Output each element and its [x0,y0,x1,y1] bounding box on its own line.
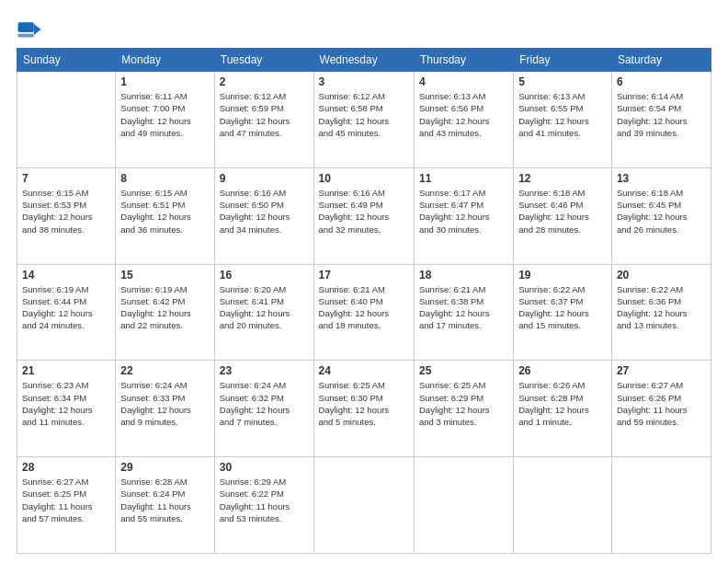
day-number: 2 [220,75,309,88]
calendar-week-0: 1Sunrise: 6:11 AM Sunset: 7:00 PM Daylig… [17,72,711,168]
logo-icon [17,17,42,42]
calendar-cell: 29Sunrise: 6:28 AM Sunset: 6:24 PM Dayli… [116,457,214,554]
cell-content: Sunrise: 6:20 AM Sunset: 6:41 PM Dayligh… [220,283,309,332]
day-number: 26 [518,364,607,377]
day-number: 5 [518,75,607,88]
calendar-cell: 4Sunrise: 6:13 AM Sunset: 6:56 PM Daylig… [415,72,514,168]
calendar-week-1: 7Sunrise: 6:15 AM Sunset: 6:53 PM Daylig… [17,167,711,264]
calendar-cell: 26Sunrise: 6:26 AM Sunset: 6:28 PM Dayli… [514,361,612,457]
cell-content: Sunrise: 6:29 AM Sunset: 6:22 PM Dayligh… [220,476,309,524]
cell-content: Sunrise: 6:23 AM Sunset: 6:34 PM Dayligh… [22,379,110,428]
cell-content: Sunrise: 6:13 AM Sunset: 6:55 PM Dayligh… [518,90,607,139]
calendar-cell [313,457,414,554]
logo [17,17,44,42]
cell-content: Sunrise: 6:24 AM Sunset: 6:32 PM Dayligh… [220,379,309,428]
day-number: 13 [617,172,706,185]
day-number: 17 [319,269,409,282]
calendar-header-friday: Friday [514,49,612,72]
cell-content: Sunrise: 6:25 AM Sunset: 6:30 PM Dayligh… [319,379,409,428]
calendar-cell [514,457,612,554]
calendar-week-3: 21Sunrise: 6:23 AM Sunset: 6:34 PM Dayli… [17,361,711,457]
calendar-cell: 16Sunrise: 6:20 AM Sunset: 6:41 PM Dayli… [214,264,313,361]
page: SundayMondayTuesdayWednesdayThursdayFrid… [0,0,728,563]
calendar-cell: 15Sunrise: 6:19 AM Sunset: 6:42 PM Dayli… [116,264,214,361]
day-number: 7 [22,172,110,185]
cell-content: Sunrise: 6:22 AM Sunset: 6:36 PM Dayligh… [617,283,706,332]
cell-content: Sunrise: 6:14 AM Sunset: 6:54 PM Dayligh… [617,90,706,139]
cell-content: Sunrise: 6:19 AM Sunset: 6:44 PM Dayligh… [22,283,110,332]
cell-content: Sunrise: 6:25 AM Sunset: 6:29 PM Dayligh… [419,379,508,428]
day-number: 18 [419,269,508,282]
day-number: 21 [22,364,110,377]
calendar-cell: 21Sunrise: 6:23 AM Sunset: 6:34 PM Dayli… [17,361,116,457]
cell-content: Sunrise: 6:19 AM Sunset: 6:42 PM Dayligh… [120,283,209,332]
calendar-cell: 1Sunrise: 6:11 AM Sunset: 7:00 PM Daylig… [116,72,214,168]
day-number: 9 [220,172,309,185]
calendar-header-thursday: Thursday [415,49,514,72]
calendar-week-4: 28Sunrise: 6:27 AM Sunset: 6:25 PM Dayli… [17,457,711,554]
day-number: 1 [120,75,209,88]
calendar-cell: 14Sunrise: 6:19 AM Sunset: 6:44 PM Dayli… [17,264,116,361]
calendar-header-saturday: Saturday [611,49,711,72]
calendar-cell: 9Sunrise: 6:16 AM Sunset: 6:50 PM Daylig… [214,167,313,264]
day-number: 25 [419,364,508,377]
cell-content: Sunrise: 6:27 AM Sunset: 6:25 PM Dayligh… [22,476,110,524]
svg-rect-0 [18,22,34,32]
cell-content: Sunrise: 6:16 AM Sunset: 6:50 PM Dayligh… [220,187,309,236]
cell-content: Sunrise: 6:13 AM Sunset: 6:56 PM Dayligh… [419,90,508,139]
calendar-cell: 10Sunrise: 6:16 AM Sunset: 6:49 PM Dayli… [313,167,414,264]
cell-content: Sunrise: 6:15 AM Sunset: 6:53 PM Dayligh… [22,187,110,236]
calendar-cell: 27Sunrise: 6:27 AM Sunset: 6:26 PM Dayli… [611,361,711,457]
calendar-cell: 3Sunrise: 6:12 AM Sunset: 6:58 PM Daylig… [313,72,414,168]
calendar-cell: 13Sunrise: 6:18 AM Sunset: 6:45 PM Dayli… [611,167,711,264]
calendar-header-tuesday: Tuesday [214,49,313,72]
day-number: 6 [617,75,706,88]
day-number: 4 [419,75,508,88]
calendar-cell: 6Sunrise: 6:14 AM Sunset: 6:54 PM Daylig… [611,72,711,168]
cell-content: Sunrise: 6:18 AM Sunset: 6:45 PM Dayligh… [617,187,706,236]
day-number: 27 [617,364,706,377]
cell-content: Sunrise: 6:12 AM Sunset: 6:58 PM Dayligh… [319,90,409,139]
calendar-header-wednesday: Wednesday [313,49,414,72]
day-number: 28 [22,461,110,474]
day-number: 11 [419,172,508,185]
day-number: 20 [617,269,706,282]
calendar-cell: 25Sunrise: 6:25 AM Sunset: 6:29 PM Dayli… [415,361,514,457]
calendar-cell: 17Sunrise: 6:21 AM Sunset: 6:40 PM Dayli… [313,264,414,361]
calendar-header-monday: Monday [116,49,214,72]
cell-content: Sunrise: 6:21 AM Sunset: 6:38 PM Dayligh… [419,283,508,332]
calendar-cell: 5Sunrise: 6:13 AM Sunset: 6:55 PM Daylig… [514,72,612,168]
day-number: 23 [220,364,309,377]
calendar-cell: 30Sunrise: 6:29 AM Sunset: 6:22 PM Dayli… [214,457,313,554]
cell-content: Sunrise: 6:12 AM Sunset: 6:59 PM Dayligh… [220,90,309,139]
calendar-cell: 2Sunrise: 6:12 AM Sunset: 6:59 PM Daylig… [214,72,313,168]
day-number: 10 [319,172,409,185]
cell-content: Sunrise: 6:11 AM Sunset: 7:00 PM Dayligh… [120,90,209,139]
day-number: 19 [518,269,607,282]
calendar-cell: 24Sunrise: 6:25 AM Sunset: 6:30 PM Dayli… [313,361,414,457]
cell-content: Sunrise: 6:28 AM Sunset: 6:24 PM Dayligh… [120,476,209,524]
svg-marker-1 [34,24,41,35]
day-number: 3 [319,75,409,88]
day-number: 15 [120,269,209,282]
day-number: 8 [120,172,209,185]
calendar-cell: 8Sunrise: 6:15 AM Sunset: 6:51 PM Daylig… [116,167,214,264]
calendar-cell [17,72,116,168]
calendar-cell: 7Sunrise: 6:15 AM Sunset: 6:53 PM Daylig… [17,167,116,264]
day-number: 24 [319,364,409,377]
calendar-cell [415,457,514,554]
cell-content: Sunrise: 6:27 AM Sunset: 6:26 PM Dayligh… [617,379,706,428]
cell-content: Sunrise: 6:16 AM Sunset: 6:49 PM Dayligh… [319,187,409,236]
calendar-cell [611,457,711,554]
header [17,17,711,42]
calendar-week-2: 14Sunrise: 6:19 AM Sunset: 6:44 PM Dayli… [17,264,711,361]
cell-content: Sunrise: 6:22 AM Sunset: 6:37 PM Dayligh… [518,283,607,332]
calendar-cell: 23Sunrise: 6:24 AM Sunset: 6:32 PM Dayli… [214,361,313,457]
calendar-cell: 18Sunrise: 6:21 AM Sunset: 6:38 PM Dayli… [415,264,514,361]
calendar-header-row: SundayMondayTuesdayWednesdayThursdayFrid… [17,49,711,72]
cell-content: Sunrise: 6:21 AM Sunset: 6:40 PM Dayligh… [319,283,409,332]
svg-rect-2 [18,34,34,38]
calendar-cell: 20Sunrise: 6:22 AM Sunset: 6:36 PM Dayli… [611,264,711,361]
day-number: 29 [120,461,209,474]
calendar-cell: 28Sunrise: 6:27 AM Sunset: 6:25 PM Dayli… [17,457,116,554]
